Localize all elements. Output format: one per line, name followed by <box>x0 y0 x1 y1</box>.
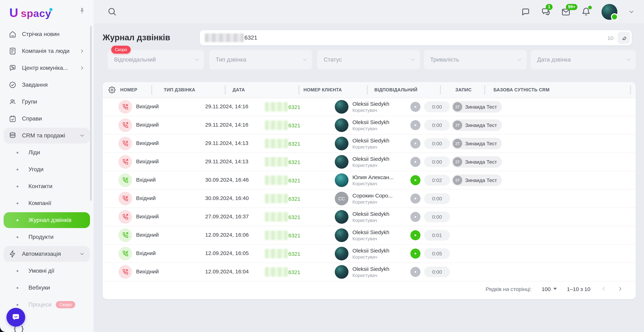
client-number-link[interactable]: 6321 <box>265 120 300 130</box>
feedback-icon[interactable] <box>521 7 530 16</box>
play-button[interactable] <box>410 120 420 130</box>
col-header-date[interactable]: ДАТА <box>232 87 245 92</box>
client-number-link[interactable]: 6321 <box>265 231 300 240</box>
table-row[interactable]: Вихідний12.09.2024, 16:066321Oleksii Sie… <box>102 226 636 245</box>
crm-entity-chip[interactable]: ЗТЗинаида Тест <box>452 156 502 168</box>
sidebar-item-Вебхуки[interactable]: Вебхуки <box>4 280 90 296</box>
call-in-icon <box>118 247 132 260</box>
sidebar-item-Продукти[interactable]: Продукти <box>4 229 90 245</box>
col-header-responsible[interactable]: ВІДПОВІДАЛЬНИЙ <box>374 87 418 92</box>
responsible-cell[interactable]: Oleksii SiedykhКористувач <box>335 137 389 150</box>
filter-Тип дзвінка[interactable]: Тип дзвінка <box>209 50 312 69</box>
filter-Дата дзвінка[interactable]: Дата дзвінка <box>530 50 636 69</box>
sidebar-item-CRM та продажі[interactable]: CRM та продажі <box>4 128 90 144</box>
sidebar-item-Завдання[interactable]: Завдання <box>4 77 90 93</box>
responsible-cell[interactable]: Oleksii SiedykhКористувач <box>335 247 389 260</box>
sidebar-item-Ліди[interactable]: Ліди <box>4 145 90 160</box>
sidebar-item-Контакти[interactable]: Контакти <box>4 178 90 194</box>
table-row[interactable]: Вихідний29.11.2024, 14:166321Oleksii Sie… <box>102 116 636 135</box>
profile-chevron-down-icon[interactable] <box>628 8 635 15</box>
call-type: Вихідний <box>136 122 159 128</box>
sidebar-item-label: Центр комуніка... <box>22 65 68 71</box>
calls-search-input[interactable]: 6321 10 <box>200 30 632 45</box>
table-row[interactable]: Вихідний29.11.2024, 14:136321Oleksii Sie… <box>102 135 636 153</box>
pagination-prev-icon[interactable] <box>600 286 607 292</box>
col-header-crm-entity[interactable]: БАЗОВА СУТНІСТЬ CRM <box>494 87 550 92</box>
sidebar-item-Журнал дзвінків[interactable]: Журнал дзвінків <box>4 212 90 228</box>
sidebar-item-Умовні дії[interactable]: Умовні дії <box>4 263 90 279</box>
responsible-cell[interactable]: Юлия Алексан...Користувач <box>335 173 394 187</box>
play-button[interactable] <box>410 212 420 222</box>
automation-icon <box>9 250 16 258</box>
table-row[interactable]: Вихідний29.11.2024, 14:136321Oleksii Sie… <box>102 153 636 171</box>
responsible-cell[interactable]: Oleksii SiedykhКористувач <box>335 155 389 169</box>
pin-sidebar-icon[interactable] <box>78 7 86 14</box>
filter-Статус[interactable]: Статус <box>317 50 420 69</box>
responsible-cell[interactable]: СССорокин Соро...Користувач <box>335 192 392 205</box>
play-button[interactable] <box>410 102 420 112</box>
responsible-cell[interactable]: Oleksii SiedykhКористувач <box>335 265 389 279</box>
crm-entity-chip[interactable]: ЗТЗинаида Тест <box>452 174 502 186</box>
filter-Відповідальний[interactable]: СкороВідповідальний <box>108 50 204 69</box>
pagination-next-icon[interactable] <box>617 286 624 292</box>
sidebar-item-Стрічка новин[interactable]: Стрічка новин <box>4 26 90 42</box>
client-number-link[interactable]: 6321 <box>265 157 300 167</box>
record-cell: 0:00 <box>410 120 450 131</box>
client-number-link[interactable]: 6321 <box>265 176 300 185</box>
call-in-icon <box>118 173 132 187</box>
col-header-call-type[interactable]: ТИП ДЗВІНКА <box>164 87 195 92</box>
uspacy-logo[interactable]: U spacy <box>9 6 51 20</box>
table-row[interactable]: Вихідний29.11.2024, 14:166321Oleksii Sie… <box>102 98 636 116</box>
rows-per-page-select[interactable]: 100 <box>542 286 557 292</box>
global-search-icon[interactable] <box>107 7 117 16</box>
col-header-client-number[interactable]: НОМЕР КЛІЄНТА <box>304 87 342 92</box>
play-button[interactable] <box>410 267 420 277</box>
play-button[interactable] <box>410 157 420 167</box>
responsible-name: Oleksii Siedykh <box>352 266 389 272</box>
crm-entity-chip[interactable]: ЗТЗинаида Тест <box>452 138 502 149</box>
col-header-record[interactable]: ЗАПИС <box>455 87 472 92</box>
sidebar-item-Угоди[interactable]: Угоди <box>4 162 90 177</box>
table-row[interactable]: Вихідний27.09.2024, 16:376321Oleksii Sie… <box>102 208 636 226</box>
sidebar-item-Автоматизація[interactable]: Автоматизація <box>4 246 90 262</box>
responsible-cell[interactable]: Oleksii SiedykhКористувач <box>335 210 389 224</box>
messenger-icon[interactable]: 1 <box>541 7 550 16</box>
record-cell: 0:05 <box>410 248 450 259</box>
responsible-cell[interactable]: Oleksii SiedykhКористувач <box>335 228 389 242</box>
col-header-number[interactable]: НОМЕР <box>120 87 137 92</box>
play-button[interactable] <box>410 230 420 240</box>
user-avatar[interactable] <box>602 4 617 19</box>
client-number-link[interactable]: 6321 <box>265 102 300 111</box>
sidebar-item-Справи[interactable]: Справи <box>4 111 90 127</box>
notifications-bell-icon[interactable] <box>581 7 591 16</box>
clear-search-button[interactable] <box>618 32 630 44</box>
support-chat-fab[interactable] <box>6 308 25 327</box>
call-date: 27.09.2024, 16:37 <box>205 213 249 219</box>
sidebar-item-Групи[interactable]: Групи <box>4 94 90 110</box>
filter-Тривалість[interactable]: Тривалість <box>424 50 527 69</box>
crm-entity-chip[interactable]: ЗТЗинаида Тест <box>452 101 502 113</box>
client-number-link[interactable]: 6321 <box>265 212 300 222</box>
play-button[interactable] <box>410 194 420 204</box>
client-number-link[interactable]: 6321 <box>265 267 300 277</box>
sidebar-scrollbar[interactable] <box>90 26 92 201</box>
play-button[interactable] <box>410 138 420 149</box>
table-settings-gear-icon[interactable] <box>108 86 116 93</box>
play-button[interactable] <box>410 249 420 259</box>
play-button[interactable] <box>410 175 420 185</box>
call-date: 30.09.2024, 16:46 <box>205 177 249 183</box>
client-number-link[interactable]: 6321 <box>265 249 300 258</box>
responsible-cell[interactable]: Oleksii SiedykhКористувач <box>335 118 389 132</box>
sidebar-item-label: Журнал дзвінків <box>28 217 72 223</box>
table-row[interactable]: Вхідний12.09.2024, 16:056321Oleksii Sied… <box>102 245 636 263</box>
table-row[interactable]: Вхідний30.09.2024, 16:466321Юлия Алексан… <box>102 171 636 190</box>
mail-icon[interactable]: 99+ <box>561 7 570 16</box>
client-number-link[interactable]: 6321 <box>265 139 300 148</box>
sidebar-item-Центр комуніка...[interactable]: Центр комуніка... <box>4 60 90 76</box>
sidebar-item-Компанії[interactable]: Компанії <box>4 195 90 211</box>
table-row[interactable]: Вхідний30.09.2024, 16:406321СССорокин Со… <box>102 190 636 208</box>
sidebar-item-Компанія та люди[interactable]: Компанія та люди <box>4 43 90 59</box>
responsible-cell[interactable]: Oleksii SiedykhКористувач <box>335 100 389 114</box>
client-number-link[interactable]: 6321 <box>265 194 300 203</box>
crm-entity-chip[interactable]: ЗТЗинаида Тест <box>452 119 502 131</box>
